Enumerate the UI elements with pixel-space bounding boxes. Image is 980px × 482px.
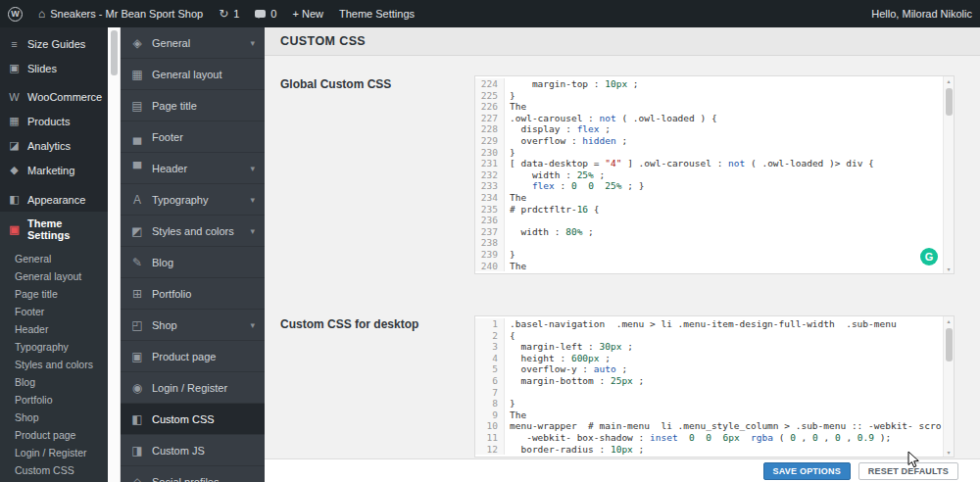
settings-item-label: Typography [152,194,208,206]
code-line: 232 width : 25% ; [475,169,942,181]
reset-defaults-button[interactable]: RESET DEFAULTS [858,462,958,480]
settings-item-custom-js[interactable]: ◨Custom JS [121,435,265,466]
settings-item-general[interactable]: ◈General▾ [121,27,265,59]
desktop-custom-css-editor[interactable]: 1.basel-navigation .menu > li .menu-item… [474,315,955,458]
site-name: Sneakers - Mr Bean Sport Shop [50,8,203,20]
sidebar-item-theme-settings[interactable]: ▣Theme Settings [0,212,108,247]
line-number: 10 [475,420,505,432]
updates-icon: ↻ [219,8,228,20]
code-line: 8} [475,398,942,410]
line-number: 12 [475,444,505,456]
comments-indicator[interactable]: 0 [247,0,284,27]
settings-item-general-layout[interactable]: ▦General layout [121,59,265,90]
sidebar-subitem-portfolio[interactable]: Portfolio [0,391,108,409]
sidebar-item-label: Slides [27,63,57,74]
account-menu[interactable]: Hello, Milorad Nikolic [863,0,980,27]
sidebar-item-woocommerce[interactable]: WWooCommerce [0,85,108,109]
panel-scrollbar-thumb[interactable] [111,30,118,75]
code-line: 5 overflow-y : auto ; [475,363,942,375]
sidebar-subitem-footer[interactable]: Footer [0,303,108,320]
new-content-menu[interactable]: + New [284,0,331,27]
line-content: display : flex ; [505,123,611,135]
settings-item-label: Social profiles [152,476,219,482]
settings-item-blog[interactable]: ✎Blog [121,247,265,278]
line-number: 234 [475,192,505,204]
css-icon: ◧ [130,412,144,426]
scroll-up-icon[interactable]: ▴ [944,317,954,324]
line-number: 6 [475,375,505,387]
admin-bar: W ⌂Sneakers - Mr Bean Sport Shop ↻1 0 + … [0,0,980,27]
sidebar-subitem-header[interactable]: Header [0,320,108,338]
save-options-button[interactable]: SAVE OPTIONS [763,462,851,480]
sidebar-subitem-general-layout[interactable]: General layout [0,267,108,285]
editor-scrollbar[interactable]: ▴ ▾ [943,316,954,457]
scroll-up-icon[interactable]: ▴ [944,77,954,84]
wordpress-menu[interactable]: W [0,0,30,27]
line-content: margin-left : 30px ; [505,341,633,353]
code-area[interactable]: 224 margin-top : 10px ;225}226The227.owl… [475,76,954,273]
sidebar-subitem-styles-and-colors[interactable]: Styles and colors [0,356,108,373]
line-number: 230 [475,147,505,159]
scroll-down-icon[interactable]: ▾ [944,449,954,456]
line-number: 11 [475,432,505,444]
sidebar-item-label: Analytics [27,140,71,152]
global-custom-css-editor[interactable]: 224 margin-top : 10px ;225}226The227.owl… [474,75,955,274]
page-icon: ▤ [130,99,144,113]
line-content: } [505,398,515,410]
global-custom-css-section: Global Custom CSS 224 margin-top : 10px … [280,75,964,274]
grammarly-icon[interactable]: G [920,248,938,265]
line-content: The [505,192,526,204]
theme-settings-toolbar-link[interactable]: Theme Settings [331,0,422,27]
sidebar-item-appearance[interactable]: ◧Appearance [0,187,108,212]
scroll-down-icon[interactable]: ▾ [944,265,954,272]
sidebar-item-products[interactable]: ▦Products [0,109,108,133]
admin-bar-left: W ⌂Sneakers - Mr Bean Sport Shop ↻1 0 + … [0,0,422,27]
settings-item-label: General layout [152,69,222,80]
settings-item-login-register[interactable]: ◉Login / Register [121,372,265,404]
settings-item-page-title[interactable]: ▤Page title [121,90,265,121]
sidebar-item-slides[interactable]: ▣Slides [0,56,108,80]
megaphone-icon: ◆ [8,164,21,176]
scrollbar-thumb[interactable] [946,328,953,362]
settings-item-shop[interactable]: ◰Shop▾ [121,310,265,341]
scrollbar-thumb[interactable] [946,88,953,116]
line-number: 8 [475,398,505,410]
line-number: 224 [475,78,505,90]
sidebar-subitem-login-register[interactable]: Login / Register [0,444,108,461]
site-name-link[interactable]: ⌂Sneakers - Mr Bean Sport Shop [30,0,211,27]
sidebar-subitem-custom-css[interactable]: Custom CSS [0,461,108,479]
sidebar-subitem-blog[interactable]: Blog [0,373,108,391]
settings-item-header[interactable]: ▀Header▾ [121,153,265,184]
user-icon: ◉ [130,381,144,395]
settings-item-product-page[interactable]: ▣Product page [121,341,265,372]
portfolio-icon: ⊞ [130,287,144,301]
sidebar-item-size-guides[interactable]: ≡Size Guides [0,32,108,56]
settings-item-social-profiles[interactable]: ◇Social profiles [121,466,265,482]
sidebar-item-analytics[interactable]: ◪Analytics [0,133,108,158]
line-content: # prdctfltr-16 { [505,204,600,216]
updates-indicator[interactable]: ↻1 [211,0,247,27]
header-icon: ▀ [130,162,144,175]
settings-item-label: Header [152,163,187,174]
line-content [505,237,510,249]
settings-item-styles-and-colors[interactable]: ◩Styles and colors▾ [121,216,265,247]
editor-scrollbar[interactable]: ▴ ▾ [943,76,954,273]
sidebar-subitem-typography[interactable]: Typography [0,338,108,356]
typography-icon: A [130,193,144,207]
line-content: overflow-y : auto ; [505,363,627,375]
sidebar-subitem-product-page[interactable]: Product page [0,426,108,444]
settings-item-footer[interactable]: ▄Footer [121,121,265,153]
sidebar-subitem-shop[interactable]: Shop [0,409,108,426]
sidebar-item-marketing[interactable]: ◆Marketing [0,158,108,182]
settings-item-portfolio[interactable]: ⊞Portfolio [121,278,265,310]
settings-item-custom-css[interactable]: ◧Custom CSS [121,404,265,435]
line-content: height : 600px ; [505,353,611,364]
sidebar-subitem-general[interactable]: General [0,250,108,267]
settings-item-typography[interactable]: ATypography▾ [121,184,265,216]
sidebar-subitem-page-title[interactable]: Page title [0,285,108,303]
tag-icon: ▣ [130,350,144,363]
line-content: .basel-navigation .menu > li .menu-item-… [505,318,897,330]
code-area[interactable]: 1.basel-navigation .menu > li .menu-item… [475,316,954,457]
panel-scrollbar[interactable] [108,27,121,482]
line-number: 237 [475,226,505,238]
